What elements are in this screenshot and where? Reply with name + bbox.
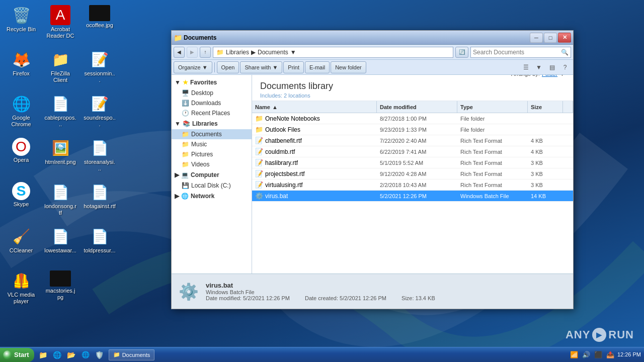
desktop-icon-ccleaner[interactable]: 🧹 CCleaner bbox=[3, 224, 39, 267]
col-type[interactable]: Type bbox=[457, 101, 528, 113]
macstories-icon bbox=[50, 270, 71, 287]
search-input[interactable] bbox=[473, 49, 559, 56]
desktop-icon-opera[interactable]: O Opera bbox=[3, 136, 39, 179]
taskbar-icon-chrome[interactable]: 🌐 bbox=[79, 349, 92, 361]
desktop-icon-vlc[interactable]: 🦺 VLC media player bbox=[3, 268, 39, 312]
explorer-window: 📁 Documents ─ □ ✕ ◀ ▶ ↑ 📁 Libraries ▶ Do… bbox=[171, 30, 574, 309]
filezilla-icon: 📁 bbox=[50, 49, 70, 69]
start-button[interactable]: Start bbox=[0, 348, 34, 362]
view-mode-button[interactable]: ☰ bbox=[520, 61, 532, 73]
minimize-button[interactable]: ─ bbox=[530, 33, 543, 43]
sort-icon: ▲ bbox=[272, 104, 278, 110]
maximize-button[interactable]: □ bbox=[544, 33, 557, 43]
desktop-icon-ocoffee[interactable]: ocoffee.jpg bbox=[82, 3, 118, 46]
desktop-icon-acrobat[interactable]: A Acrobat Reader DC bbox=[42, 3, 78, 46]
desktop-icon-chrome[interactable]: 🌐 Google Chrome bbox=[3, 92, 39, 135]
desktop-icon-storeanalys[interactable]: 📄 storeanalysi... bbox=[82, 136, 118, 179]
taskbar-icon-folder[interactable]: 📂 bbox=[65, 349, 77, 361]
close-button[interactable]: ✕ bbox=[558, 33, 571, 43]
desktop-icon-lowestawar[interactable]: 📄 lowestawar... bbox=[42, 224, 78, 267]
sys-icon-volume[interactable]: 🔊 bbox=[581, 351, 591, 358]
window-icon: 📁 bbox=[174, 34, 182, 42]
sys-icon-extra: 📤 bbox=[605, 351, 615, 358]
file-row[interactable]: 📁 Outlook Files 9/23/2019 1:33 PM File f… bbox=[252, 124, 573, 135]
firefox-icon: 🦊 bbox=[11, 49, 31, 69]
desktop-icon-recycle-bin[interactable]: 🗑️ Recycle Bin bbox=[3, 3, 39, 46]
col-date-modified[interactable]: Date modified bbox=[377, 101, 457, 113]
desktop-icon-macstories[interactable]: macstories.jpg bbox=[42, 268, 78, 312]
desktop-icon-htmlrent[interactable]: 🖼️ htmlrent.png bbox=[42, 136, 78, 179]
documents-nav-icon: 📁 bbox=[182, 131, 189, 138]
sessionmin-icon: 📝 bbox=[90, 49, 110, 69]
col-size[interactable]: Size bbox=[528, 101, 563, 113]
file-row[interactable]: 📝 projectsbest.rtf 9/12/2020 4:28 AM Ric… bbox=[252, 168, 573, 179]
vlc-label: VLC media player bbox=[5, 292, 37, 305]
computer-section[interactable]: ▶ 💻 Computer bbox=[172, 169, 252, 180]
view-dropdown-button[interactable]: ▼ bbox=[533, 61, 545, 73]
arrange-by-value[interactable]: Folder bbox=[542, 75, 557, 77]
organize-button[interactable]: Organize ▼ bbox=[174, 61, 212, 73]
nav-item-recent-places[interactable]: 🕐 Recent Places bbox=[172, 108, 252, 118]
soundrespo-icon: 📝 bbox=[90, 94, 110, 114]
column-headers: Name ▲ Date modified Type Size bbox=[252, 101, 573, 113]
taskbar-icon-shield[interactable]: 🛡️ bbox=[94, 349, 106, 361]
library-subtitle: Includes: 2 locations bbox=[260, 93, 333, 99]
toolbar-separator-1 bbox=[214, 62, 215, 72]
open-button[interactable]: Open bbox=[217, 61, 239, 73]
nav-item-videos[interactable]: 📁 Videos bbox=[172, 159, 252, 169]
refresh-button[interactable]: 🔄 bbox=[455, 47, 468, 58]
up-button[interactable]: ↑ bbox=[200, 47, 211, 58]
libraries-expand-icon: ▼ bbox=[175, 120, 181, 127]
file-row[interactable]: 📝 chatbenefit.rtf 7/22/2020 2:40 AM Rich… bbox=[252, 135, 573, 146]
nav-item-pictures[interactable]: 📁 Pictures bbox=[172, 149, 252, 159]
file-row[interactable]: 📝 haslibrary.rtf 5/1/2019 5:52 AM Rich T… bbox=[252, 157, 573, 168]
search-box: 🔍 bbox=[470, 47, 571, 58]
computer-label: Computer bbox=[191, 171, 219, 178]
print-button[interactable]: Print bbox=[283, 61, 304, 73]
taskbar-clock[interactable]: 12:26 PM bbox=[617, 351, 641, 358]
file-type: Windows Batch File bbox=[457, 191, 528, 201]
col-name[interactable]: Name ▲ bbox=[252, 101, 377, 113]
new-folder-button[interactable]: New folder bbox=[331, 61, 366, 73]
search-icon[interactable]: 🔍 bbox=[561, 49, 569, 56]
watermark-play-icon: ▶ bbox=[592, 328, 606, 342]
email-button[interactable]: E-mail bbox=[305, 61, 330, 73]
favorites-section[interactable]: ▼ ★ Favorites bbox=[172, 77, 252, 88]
help-button[interactable]: ? bbox=[559, 61, 571, 73]
desktop-icon-sessionmin[interactable]: 📝 sessionmin... bbox=[82, 47, 118, 90]
desktop-icon-skype[interactable]: S Skype bbox=[3, 180, 39, 223]
share-with-button[interactable]: Share with ▼ bbox=[240, 61, 282, 73]
path-libraries[interactable]: Libraries bbox=[226, 49, 249, 56]
desktop-icon-londonsong[interactable]: 📄 londonsong.rtf bbox=[42, 180, 78, 223]
desktop-icon-firefox[interactable]: 🦊 Firefox bbox=[3, 47, 39, 90]
file-row[interactable]: 📝 couldmb.rtf 6/22/2019 7:41 AM Rich Tex… bbox=[252, 146, 573, 157]
sys-icon-battery: ⬛ bbox=[593, 351, 603, 358]
desktop-icon-cablepropos[interactable]: 📄 cablepropos... bbox=[42, 92, 78, 135]
details-pane-button[interactable]: ▤ bbox=[546, 61, 558, 73]
nav-item-documents[interactable]: 📁 Documents bbox=[172, 129, 252, 139]
nav-item-local-disk[interactable]: 💾 Local Disk (C:) bbox=[172, 180, 252, 191]
network-section[interactable]: ▶ 🌐 Network bbox=[172, 191, 252, 202]
desktop-icon-toldpressur[interactable]: 📄 toldpressur... bbox=[82, 224, 118, 267]
path-documents[interactable]: Documents bbox=[258, 49, 288, 56]
desktop-icon-hotagainst[interactable]: 📄 hotagainst.rtf bbox=[82, 180, 118, 223]
taskbar-icon-explorer[interactable]: 📁 bbox=[37, 349, 49, 361]
desktop-icon-filezilla[interactable]: 📁 FileZilla Client bbox=[42, 47, 78, 90]
ocoffee-label: ocoffee.jpg bbox=[86, 22, 113, 29]
forward-button[interactable]: ▶ bbox=[187, 47, 198, 58]
back-button[interactable]: ◀ bbox=[174, 47, 185, 58]
sys-icon-network[interactable]: 📶 bbox=[569, 351, 579, 358]
arrange-dropdown-icon[interactable]: ▼ bbox=[559, 75, 565, 77]
nav-item-downloads[interactable]: ⬇️ Downloads bbox=[172, 98, 252, 108]
address-path[interactable]: 📁 Libraries ▶ Documents ▼ bbox=[213, 47, 453, 58]
file-extra bbox=[563, 146, 573, 157]
taskbar-icon-ie[interactable]: 🌐 bbox=[51, 349, 63, 361]
nav-item-music[interactable]: 📁 Music bbox=[172, 139, 252, 149]
taskbar-active-window[interactable]: 📁 Documents bbox=[109, 349, 155, 360]
nav-item-desktop[interactable]: 🖥️ Desktop bbox=[172, 88, 252, 98]
desktop-icon-soundrespo[interactable]: 📝 soundrespo... bbox=[82, 92, 118, 135]
file-row[interactable]: 📝 virtualusing.rtf 2/2/2018 10:43 AM Ric… bbox=[252, 179, 573, 191]
libraries-section[interactable]: ▼ 📚 Libraries bbox=[172, 118, 252, 129]
file-row-selected[interactable]: ⚙️ virus.bat 5/2/2021 12:26 PM Windows B… bbox=[252, 191, 573, 202]
file-row[interactable]: 📁 OneNote Notebooks 8/27/2018 1:00 PM Fi… bbox=[252, 113, 573, 124]
